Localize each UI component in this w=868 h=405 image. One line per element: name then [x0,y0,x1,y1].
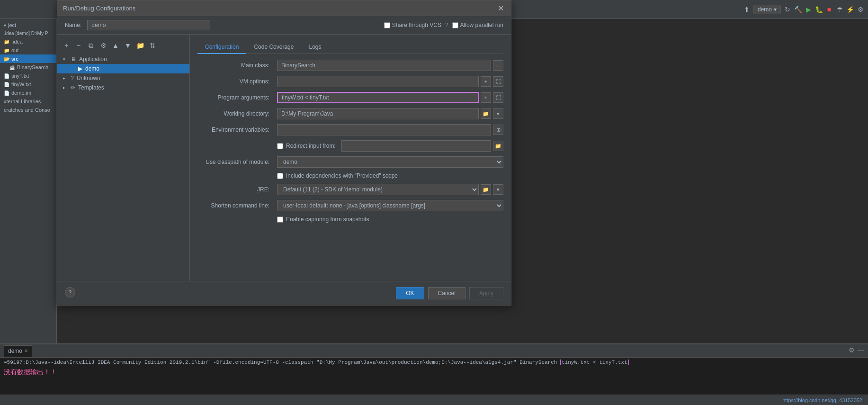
help-info-icon[interactable]: ? [445,22,448,28]
redirect-input-row: Redirect input from: 📁 [197,140,503,152]
terminal-tab-demo[interactable]: demo ✕ [4,345,32,357]
shorten-cmd-label: Shorten command line: [197,202,273,209]
tree-item-label: demo [85,65,99,72]
terminal-tab-close-icon[interactable]: ✕ [24,348,28,353]
tree-item-application[interactable]: ▾ 🖥 Application [57,54,189,64]
program-args-row: Program arguments: + ⛶ [197,92,503,103]
main-class-row: Main class: … [197,60,503,71]
vm-options-row: VM options: + ⛶ [197,76,503,87]
tree-item-templates[interactable]: ▸ ✏ Templates [57,83,189,92]
jre-field-wrap: Default (11 (2) - SDK of 'demo' module) … [277,184,503,195]
add-config-button[interactable]: + [61,40,72,51]
working-dir-dropdown-button[interactable]: ▾ [493,108,503,119]
tree-arrow-icon: ▸ [63,85,68,90]
dialog-titlebar: Run/Debug Configurations ✕ [57,0,511,16]
tab-code-coverage[interactable]: Code Coverage [246,41,301,54]
allow-parallel-checkbox[interactable] [452,22,458,28]
arrow-down-config-button[interactable]: ▼ [123,40,133,51]
enable-capturing-checkbox[interactable] [277,216,283,223]
dialog-title: Run/Debug Configurations [63,5,135,12]
vm-options-fullscreen-button[interactable]: ⛶ [493,76,503,87]
classpath-label: Use classpath of module: [197,159,273,165]
main-class-field-wrap: … [277,60,503,71]
tree-item-demo[interactable]: ▶ demo [57,64,189,73]
env-vars-label: Environment variables: [197,126,273,133]
redirect-checkbox-label[interactable]: Redirect input from: [277,143,336,149]
unknown-icon: ? [71,75,74,81]
terminal-cmd-text: =59197:D:\Java--idea\IntelliJ IDEA Commu… [4,360,557,365]
name-input[interactable] [87,20,210,30]
cancel-button[interactable]: Cancel [428,287,465,299]
program-args-input[interactable] [277,92,479,103]
main-class-browse-button[interactable]: … [493,60,503,71]
name-label: Name: [65,22,81,28]
terminal-command-line: =59197:D:\Java--idea\IntelliJ IDEA Commu… [4,360,864,365]
vm-options-expand-button[interactable]: + [481,76,491,87]
jre-label: JRE: [197,186,273,193]
dialog-tree-panel: + − ⧉ ⚙ ▲ ▼ 📁 ⇅ ▾ 🖥 Application [57,35,190,281]
help-button[interactable]: ? [65,287,75,297]
jre-select[interactable]: Default (11 (2) - SDK of 'demo' module) [277,184,479,195]
program-args-field-wrap: + ⛶ [277,92,503,103]
terminal-settings-bar: ⚙ — [849,346,864,354]
tree-item-unknown[interactable]: ▸ ? Unknown [57,73,189,83]
enable-capturing-label[interactable]: Enable capturing form snapshots [277,216,503,223]
status-bar: https://blog.csdn.net/qq_43152052 [0,395,868,405]
folder-config-button[interactable]: 📁 [135,40,145,51]
remove-config-button[interactable]: − [73,40,84,51]
working-dir-field-wrap: 📁 ▾ [277,108,503,119]
include-deps-label[interactable]: Include dependencies with "Provided" sco… [277,172,503,179]
application-icon: 🖥 [71,56,76,63]
dialog-body: + − ⧉ ⚙ ▲ ▼ 📁 ⇅ ▾ 🖥 Application [57,35,511,281]
shorten-cmd-row: Shorten command line: user-local default… [197,200,503,211]
program-args-fullscreen-button[interactable]: ⛶ [493,92,503,103]
allow-parallel-label[interactable]: Allow parallel run [452,22,503,28]
tab-configuration[interactable]: Configuration [197,41,246,54]
copy-config-button[interactable]: ⧉ [86,40,96,51]
redirect-browse-button[interactable]: 📁 [493,141,503,151]
ok-button[interactable]: OK [396,287,424,299]
jre-browse-button[interactable]: 📁 [481,184,491,195]
dialog-config-panel: Configuration Code Coverage Logs Main cl… [190,35,511,281]
apply-button[interactable]: Apply [469,287,503,299]
include-deps-row: Include dependencies with "Provided" sco… [197,172,503,179]
env-vars-edit-button[interactable]: ⊞ [493,125,503,135]
vm-options-input[interactable] [277,76,479,87]
templates-icon: ✏ [71,84,75,91]
terminal-minimize-icon[interactable]: — [858,346,864,354]
settings-config-button[interactable]: ⚙ [98,40,108,51]
working-dir-browse-button[interactable]: 📁 [481,108,491,119]
include-deps-checkbox[interactable] [277,173,283,179]
run-debug-dialog: Run/Debug Configurations ✕ Name: Share t… [57,0,511,306]
main-class-input[interactable] [277,60,491,71]
redirect-input[interactable] [341,140,491,152]
jre-dropdown-button[interactable]: ▾ [493,184,503,195]
working-dir-row: Working directory: 📁 ▾ [197,108,503,119]
env-vars-field-wrap: ⊞ [277,124,503,135]
tab-logs[interactable]: Logs [301,41,329,54]
env-vars-input[interactable] [277,124,491,135]
redirect-checkbox[interactable] [277,143,283,149]
share-vcs-checkbox[interactable] [384,22,390,28]
working-dir-input[interactable] [277,108,479,119]
vm-options-field-wrap: + ⛶ [277,76,503,87]
tree-item-label: Templates [78,84,104,91]
tree-arrow-icon: ▸ [63,76,68,81]
shorten-cmd-select[interactable]: user-local default: none - java [options… [277,200,503,211]
close-button[interactable]: ✕ [496,3,505,13]
classpath-select[interactable]: demo [277,156,503,168]
working-dir-label: Working directory: [197,110,273,117]
status-url: https://blog.csdn.net/qq_43152052 [782,397,862,403]
terminal-tab-label: demo [8,348,22,354]
program-args-expand-button[interactable]: + [481,92,491,103]
terminal-gear-icon[interactable]: ⚙ [849,346,855,354]
program-args-label: Program arguments: [197,94,273,101]
sort-config-button[interactable]: ⇅ [147,40,158,51]
redirect-field-wrap: Redirect input from: 📁 [277,140,503,152]
dialog-footer: ? OK Cancel Apply [57,281,511,305]
arrow-up-config-button[interactable]: ▲ [110,40,121,51]
enable-capturing-row: Enable capturing form snapshots [197,216,503,223]
tree-item-label: Application [79,56,107,63]
share-vcs-label[interactable]: Share through VCS [384,22,441,28]
dialog-backdrop: Run/Debug Configurations ✕ Name: Share t… [0,0,868,343]
